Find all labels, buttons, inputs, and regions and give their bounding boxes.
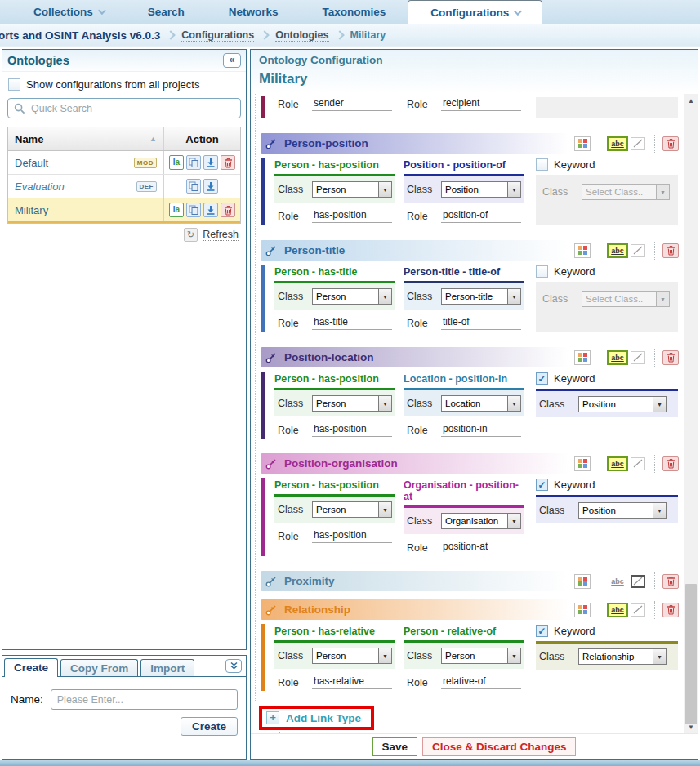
breadcrumb-ontologies[interactable]: Ontologies xyxy=(275,29,328,42)
abc-label-icon[interactable]: abc xyxy=(607,136,628,151)
scrollbar-thumb[interactable] xyxy=(685,584,697,724)
keyword-checkbox[interactable] xyxy=(536,625,548,637)
color-grid-icon[interactable] xyxy=(574,136,591,151)
abc-label-icon[interactable]: abc xyxy=(607,574,628,589)
scrollbar-down-icon[interactable]: ▼ xyxy=(684,720,698,733)
line-style-icon[interactable] xyxy=(631,244,645,257)
role-field[interactable]: position-at xyxy=(441,541,521,554)
section-accent-bar xyxy=(261,265,265,332)
role-field[interactable]: has-position xyxy=(312,423,392,437)
tab-create[interactable]: Create xyxy=(4,658,58,677)
quick-search-input[interactable]: Quick Search xyxy=(7,98,241,118)
link-type-icon xyxy=(265,352,277,363)
collapse-panel-icon[interactable]: « xyxy=(223,53,241,68)
create-button[interactable]: Create xyxy=(181,717,238,736)
role-field[interactable]: relative-of xyxy=(441,675,521,689)
abc-label-icon[interactable]: abc xyxy=(607,603,628,617)
class-select[interactable]: Person▼ xyxy=(312,181,392,198)
delete-icon[interactable] xyxy=(662,603,679,617)
rename-icon[interactable]: Ia xyxy=(169,203,184,217)
nav-tab-networks[interactable]: Networks xyxy=(207,0,301,24)
class-select[interactable]: Organisation▼ xyxy=(441,513,521,529)
refresh-icon[interactable]: ↻ xyxy=(184,228,198,242)
role-field[interactable]: recipient xyxy=(441,97,521,111)
class-select[interactable]: Select Class..▼ xyxy=(582,184,670,200)
class-select[interactable]: Position▼ xyxy=(441,181,521,198)
tab-import[interactable]: Import xyxy=(140,659,194,676)
copy-icon[interactable] xyxy=(186,155,201,170)
role-field[interactable]: sender xyxy=(312,97,392,111)
keyword-checkbox[interactable] xyxy=(536,158,548,171)
keyword-checkbox[interactable] xyxy=(536,479,548,491)
color-grid-icon[interactable] xyxy=(574,243,591,258)
delete-icon[interactable] xyxy=(221,203,235,217)
scrollbar-up-icon[interactable]: ▲ xyxy=(684,94,698,107)
abc-label-icon[interactable]: abc xyxy=(607,456,628,471)
line-style-icon[interactable] xyxy=(631,603,645,617)
keyword-checkbox[interactable] xyxy=(536,372,548,385)
nav-tab-taxonomies[interactable]: Taxonomies xyxy=(301,0,408,24)
class-select[interactable]: Location▼ xyxy=(441,395,521,412)
table-row-evaluation[interactable]: Evaluation DEF xyxy=(8,175,240,198)
class-select[interactable]: Person▼ xyxy=(312,648,392,664)
role-field[interactable]: has-position xyxy=(312,529,392,543)
color-grid-icon[interactable] xyxy=(574,350,591,365)
delete-icon[interactable] xyxy=(662,243,679,258)
nav-tab-configurations[interactable]: Configurations xyxy=(408,0,542,24)
table-row-military[interactable]: Military Ia xyxy=(8,198,240,223)
color-grid-icon[interactable] xyxy=(574,574,591,589)
app-window: Collections Search Networks Taxonomies C… xyxy=(0,0,700,766)
class-select[interactable]: Person▼ xyxy=(441,648,521,664)
class-select[interactable]: Person▼ xyxy=(312,288,392,305)
delete-icon[interactable] xyxy=(662,456,679,471)
delete-icon[interactable] xyxy=(221,155,235,170)
table-row-default[interactable]: Default MOD Ia xyxy=(8,151,240,175)
abc-label-icon[interactable]: abc xyxy=(607,243,628,258)
line-style-icon[interactable] xyxy=(631,575,645,588)
vertical-scrollbar[interactable]: ▲ ▼ xyxy=(684,94,698,733)
class-select[interactable]: Position▼ xyxy=(578,396,667,412)
column-header-name[interactable]: Name ▲ xyxy=(8,127,163,150)
refresh-link[interactable]: Refresh xyxy=(203,229,239,241)
add-link-type-button[interactable]: + Add Link Type xyxy=(259,706,374,730)
line-style-icon[interactable] xyxy=(631,137,645,150)
export-icon[interactable] xyxy=(203,155,218,170)
class-select[interactable]: Relationship▼ xyxy=(578,648,667,665)
keyword-checkbox[interactable] xyxy=(536,265,548,278)
nav-tab-search[interactable]: Search xyxy=(126,0,207,24)
nav-tab-collections[interactable]: Collections xyxy=(11,0,126,24)
delete-icon[interactable] xyxy=(662,574,679,589)
delete-icon[interactable] xyxy=(662,350,679,365)
copy-icon[interactable] xyxy=(186,203,201,217)
export-icon[interactable] xyxy=(203,179,218,194)
class-select[interactable]: Person-title▼ xyxy=(441,288,521,305)
role-field[interactable]: position-in xyxy=(441,423,521,437)
save-button[interactable]: Save xyxy=(372,737,418,756)
show-all-projects-checkbox[interactable] xyxy=(8,78,20,91)
name-field[interactable]: Please Enter... xyxy=(51,689,238,710)
rename-icon[interactable]: Ia xyxy=(169,155,184,170)
role-label: Role xyxy=(278,425,305,436)
tab-copy-from[interactable]: Copy From xyxy=(60,659,138,676)
role-field[interactable]: has-relative xyxy=(312,675,392,689)
breadcrumb-configurations[interactable]: Configurations xyxy=(181,29,254,42)
line-style-icon[interactable] xyxy=(631,351,645,364)
line-style-icon[interactable] xyxy=(631,457,645,470)
color-grid-icon[interactable] xyxy=(574,456,591,471)
class-select[interactable]: Person▼ xyxy=(312,395,392,412)
class-select[interactable]: Select Class..▼ xyxy=(582,291,670,307)
role-field[interactable]: position-of xyxy=(441,209,521,223)
class-select[interactable]: Position▼ xyxy=(578,502,667,519)
color-grid-icon[interactable] xyxy=(574,603,591,617)
role-field[interactable]: title-of xyxy=(441,316,521,330)
class-select[interactable]: Person▼ xyxy=(312,501,392,518)
role-field[interactable]: has-title xyxy=(312,316,392,330)
export-icon[interactable] xyxy=(203,203,218,217)
breadcrumb-project[interactable]: orts and OSINT Analysis v6.0.3 xyxy=(0,29,160,42)
role-field[interactable]: has-position xyxy=(312,209,392,223)
delete-icon[interactable] xyxy=(662,136,679,151)
collapse-double-chevron-icon[interactable] xyxy=(225,659,242,673)
abc-label-icon[interactable]: abc xyxy=(607,350,628,365)
copy-icon[interactable] xyxy=(186,179,201,194)
close-discard-button[interactable]: Close & Discard Changes xyxy=(422,737,576,756)
